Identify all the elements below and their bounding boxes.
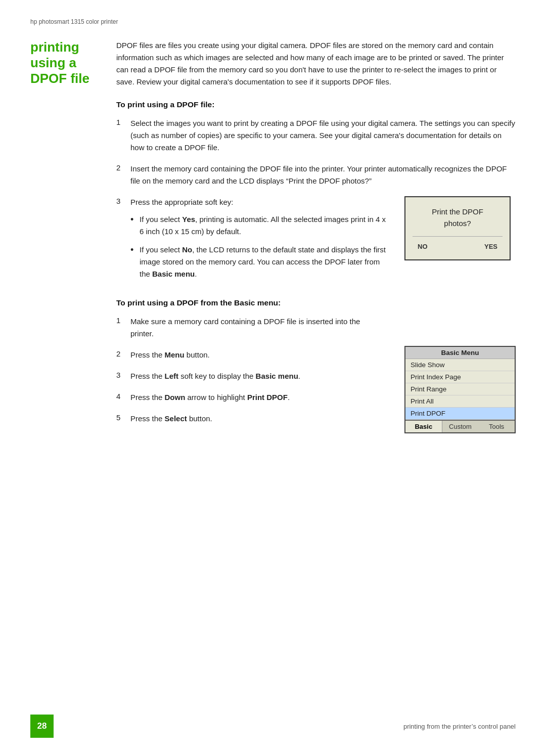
step3-content: Press the appropriate soft key: • If you…	[130, 196, 516, 286]
bullet1-text: If you select Yes, printing is automatic…	[140, 213, 389, 238]
s2-step5-num: 5	[116, 413, 130, 422]
s2-step5: 5 Press the Select button.	[116, 413, 384, 425]
section2: To print using a DPOF from the Basic men…	[116, 298, 516, 437]
s2-step2-num: 2	[116, 349, 130, 358]
step1: 1 Select the images you want to print by…	[116, 117, 516, 154]
step3: 3 Press the appropriate soft key: •	[116, 196, 516, 286]
s2-step3-num: 3	[116, 370, 130, 379]
s2-step1: 1 Make sure a memory card containing a D…	[116, 316, 384, 340]
section2-steps-and-lcd: 1 Make sure a memory card containing a D…	[116, 316, 516, 437]
left-title: printing using a DPOF file	[30, 39, 116, 437]
lcd-buttons: NO YES	[413, 236, 503, 253]
menu-item-slideshow[interactable]: Slide Show	[405, 359, 515, 371]
section2-heading: To print using a DPOF from the Basic men…	[116, 298, 516, 307]
step3-num: 3	[116, 196, 130, 205]
footer-right-text: printing from the printer’s control pane…	[403, 723, 516, 730]
s2-step3-content: Press the Left soft key to display the B…	[130, 370, 384, 382]
menu-item-print-dpof[interactable]: Print DPOF	[405, 408, 515, 420]
page-number-box: 28	[30, 715, 54, 738]
s2-step1-num: 1	[116, 316, 130, 325]
bullet-list: • If you select Yes, printing is automat…	[130, 213, 389, 280]
bullet2-dot: •	[130, 244, 140, 256]
step1-num: 1	[116, 117, 130, 126]
intro-paragraph: DPOF files are files you create using yo…	[116, 39, 516, 88]
basic-menu-title: Basic Menu	[405, 347, 515, 359]
header: hp photosmart 1315 color printer	[30, 18, 516, 25]
page-title: printing using a DPOF file	[30, 39, 111, 87]
lcd-display-col: Print the DPOFphotos? NO YES	[404, 196, 516, 260]
step1-content: Select the images you want to print by c…	[130, 117, 516, 154]
s2-step1-content: Make sure a memory card containing a DPO…	[130, 316, 384, 340]
s2-step4-num: 4	[116, 391, 130, 401]
menu-item-print-all[interactable]: Print All	[405, 395, 515, 408]
lcd-yes-button[interactable]: YES	[479, 241, 503, 253]
lcd-main-text: Print the DPOFphotos?	[432, 206, 483, 236]
menu-item-print-index[interactable]: Print Index Page	[405, 371, 515, 383]
bullet1-dot: •	[130, 213, 140, 226]
lcd-no-button[interactable]: NO	[413, 241, 433, 253]
s2-step4: 4 Press the Down arrow to highlight Prin…	[116, 391, 384, 404]
step2: 2 Insert the memory card containing the …	[116, 163, 516, 187]
bullet2: • If you select No, the LCD returns to t…	[130, 244, 389, 280]
lcd-display: Print the DPOFphotos? NO YES	[404, 196, 511, 260]
section1-steps: 1 Select the images you want to print by…	[116, 117, 516, 286]
s2-step4-content: Press the Down arrow to highlight Print …	[130, 391, 384, 404]
section2-list: 1 Make sure a memory card containing a D…	[116, 316, 384, 425]
bullet2-text: If you select No, the LCD returns to the…	[140, 244, 389, 280]
s2-step3: 3 Press the Left soft key to display the…	[116, 370, 384, 382]
step2-num: 2	[116, 163, 130, 172]
basic-menu-tabs: Basic Custom Tools	[405, 420, 515, 432]
step2-content: Insert the memory card containing the DP…	[130, 163, 516, 187]
basic-menu-items: Slide Show Print Index Page Print Range …	[405, 359, 515, 420]
menu-item-print-range[interactable]: Print Range	[405, 383, 515, 395]
step3-text-col: Press the appropriate soft key: • If you…	[130, 196, 389, 286]
bullet1: • If you select Yes, printing is automat…	[130, 213, 389, 238]
s2-step5-content: Press the Select button.	[130, 413, 384, 425]
main-content: printing using a DPOF file DPOF files ar…	[30, 39, 516, 437]
tab-tools[interactable]: Tools	[478, 421, 515, 432]
tab-custom[interactable]: Custom	[442, 421, 479, 432]
section1-heading: To print using a DPOF file:	[116, 100, 516, 109]
right-content: DPOF files are files you create using yo…	[116, 39, 516, 437]
basic-menu-lcd-col: Basic Menu Slide Show Print Index Page P…	[399, 316, 516, 433]
s2-step2: 2 Press the Menu button.	[116, 349, 384, 361]
section1: To print using a DPOF file: 1 Select the…	[116, 100, 516, 286]
section2-steps-col: 1 Make sure a memory card containing a D…	[116, 316, 384, 437]
footer: 28 printing from the printer’s control p…	[0, 715, 546, 738]
basic-menu-lcd: Basic Menu Slide Show Print Index Page P…	[404, 346, 516, 433]
tab-basic[interactable]: Basic	[405, 421, 442, 432]
page: hp photosmart 1315 color printer printin…	[0, 0, 546, 756]
s2-step2-content: Press the Menu button.	[130, 349, 384, 361]
